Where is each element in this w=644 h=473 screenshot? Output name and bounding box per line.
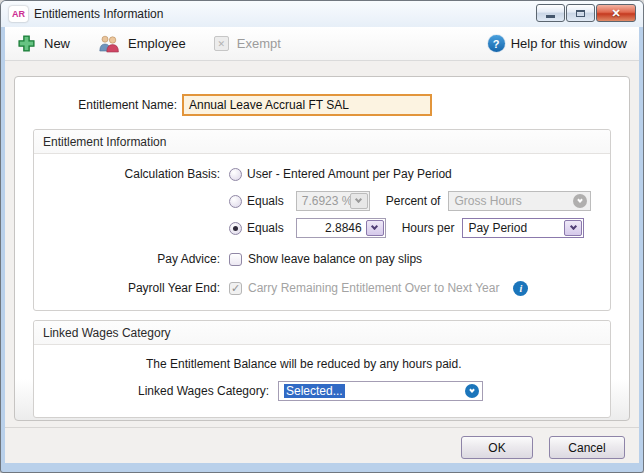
radio-user-entered[interactable]: [229, 168, 242, 181]
entitlement-information-group-title: Entitlement Information: [34, 130, 610, 154]
carry-over-checkbox: ✓: [229, 282, 242, 295]
exempt-button-label: Exempt: [237, 36, 281, 51]
calculation-basis-row-percent: Equals 7.6923 % Percent of Gross Hours: [34, 191, 610, 211]
people-icon: [98, 34, 120, 53]
entitlement-name-input[interactable]: Annual Leave Accrual FT SAL: [182, 94, 432, 116]
calculation-basis-label: Calculation Basis:: [34, 167, 229, 181]
radio-equals-hours-label[interactable]: Equals: [247, 221, 284, 235]
percent-value-input: 7.6923 %: [296, 191, 370, 211]
window-title: Entitlements Information: [34, 7, 163, 21]
radio-equals-hours[interactable]: [229, 222, 242, 235]
dialog-footer: OK Cancel: [5, 427, 639, 459]
payroll-year-end-row: Payroll Year End: ✓ Carry Remaining Enti…: [34, 278, 610, 298]
employee-button[interactable]: Employee: [98, 34, 186, 53]
question-icon: ?: [488, 35, 505, 52]
hours-per-select[interactable]: Pay Period: [462, 218, 584, 238]
chevron-down-icon[interactable]: [366, 220, 384, 236]
linked-wages-group-title: Linked Wages Category: [34, 321, 610, 345]
entitlement-information-group: Entitlement Information Calculation Basi…: [33, 129, 611, 311]
window-controls: ✕: [536, 4, 636, 22]
pay-advice-label: Pay Advice:: [34, 252, 229, 266]
form-panel: Entitlement Name: Annual Leave Accrual F…: [14, 76, 630, 421]
maximize-button[interactable]: [566, 4, 595, 22]
info-icon[interactable]: i: [513, 281, 528, 296]
percent-of-value: Gross Hours: [450, 194, 573, 208]
toolbar: New Employee ✕ Exempt ?: [5, 27, 639, 61]
dialog-content: New Employee ✕ Exempt ?: [5, 27, 639, 463]
radio-equals-percent-label[interactable]: Equals: [247, 194, 284, 208]
stamp-icon: ✕: [214, 36, 229, 51]
hours-value-input[interactable]: 2.8846: [296, 218, 386, 238]
calculation-basis-row-hours: Equals 2.8846 Hours per Pay Period: [34, 218, 610, 238]
pay-advice-checkbox[interactable]: [229, 253, 242, 266]
new-button-label: New: [44, 36, 70, 51]
entitlement-name-row: Entitlement Name: Annual Leave Accrual F…: [15, 94, 629, 116]
calculation-basis-row-user: Calculation Basis: User - Entered Amount…: [34, 164, 610, 184]
help-link[interactable]: ? Help for this window: [488, 35, 627, 52]
hours-per-label: Hours per: [402, 221, 455, 235]
linked-wages-label: Linked Wages Category:: [34, 384, 278, 398]
exempt-button: ✕ Exempt: [214, 36, 281, 51]
percent-value: 7.6923 %: [298, 194, 350, 208]
entitlement-name-label: Entitlement Name:: [15, 98, 177, 112]
minimize-button[interactable]: [536, 4, 565, 22]
linked-wages-select[interactable]: Selected...: [278, 381, 483, 401]
entitlements-information-window: AR Entitlements Information ✕ New: [0, 0, 644, 473]
chevron-down-icon: [350, 193, 368, 209]
ok-button[interactable]: OK: [461, 436, 533, 459]
radio-equals-percent[interactable]: [229, 195, 242, 208]
payroll-year-end-label: Payroll Year End:: [34, 281, 229, 295]
pay-advice-checkbox-label[interactable]: Show leave balance on pay slips: [248, 252, 422, 266]
chevron-down-icon[interactable]: [465, 384, 479, 398]
maximize-icon: [576, 10, 585, 17]
entitlement-name-value: Annual Leave Accrual FT SAL: [189, 98, 349, 112]
percent-of-select: Gross Hours: [448, 191, 591, 211]
chevron-down-icon: [573, 194, 587, 208]
chevron-down-icon[interactable]: [564, 220, 582, 236]
linked-wages-description: The Entitlement Balance will be reduced …: [146, 357, 610, 371]
hours-value: 2.8846: [298, 221, 366, 235]
close-button[interactable]: ✕: [596, 4, 636, 22]
new-button[interactable]: New: [17, 34, 70, 53]
minimize-icon: [546, 15, 555, 18]
app-logo-icon: AR: [9, 6, 28, 22]
linked-wages-group: Linked Wages Category The Entitlement Ba…: [33, 320, 611, 418]
close-icon: ✕: [611, 7, 620, 20]
plus-icon: [17, 34, 36, 53]
percent-of-label: Percent of: [386, 194, 441, 208]
hours-per-value: Pay Period: [464, 221, 564, 235]
carry-over-checkbox-label: Carry Remaining Entitlement Over to Next…: [248, 281, 499, 295]
cancel-button[interactable]: Cancel: [549, 436, 625, 459]
linked-wages-value: Selected...: [280, 384, 465, 398]
pay-advice-row: Pay Advice: Show leave balance on pay sl…: [34, 249, 610, 269]
radio-user-entered-label[interactable]: User - Entered Amount per Pay Period: [247, 167, 452, 181]
employee-button-label: Employee: [128, 36, 186, 51]
linked-wages-row: Linked Wages Category: Selected...: [34, 381, 610, 401]
help-link-label: Help for this window: [511, 36, 627, 51]
